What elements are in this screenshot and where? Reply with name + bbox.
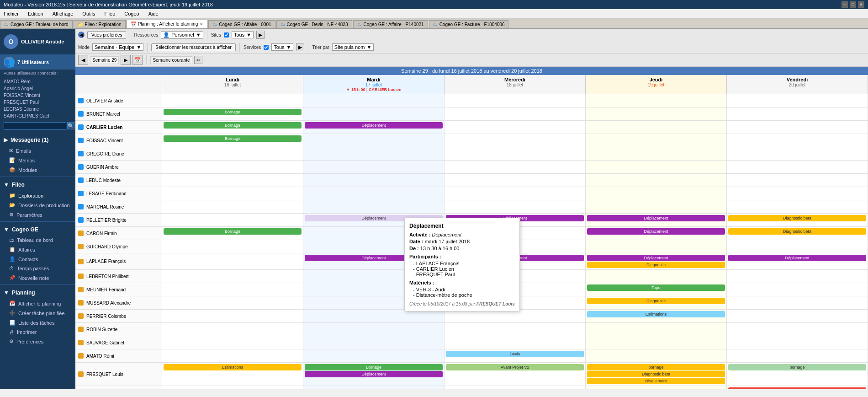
sidebar-section-planning-header[interactable]: ▼ Planning (0, 287, 75, 299)
day-cell-ven[interactable] (727, 134, 868, 147)
day-cell-ven[interactable] (727, 147, 868, 160)
tab-planning[interactable]: 📅 Planning : Afficher le planning ✕ (127, 20, 208, 28)
day-cell-mar[interactable] (303, 386, 445, 389)
task-block-bornage-fresquet[interactable]: Bornage (305, 364, 443, 370)
task-block-bornage-ven[interactable]: bornage (728, 364, 866, 370)
sidebar-user-foissac[interactable]: FOISSAC Vincent (4, 92, 72, 99)
task-block-deplacement-laplace-jeu[interactable]: Déplacement (587, 255, 725, 261)
day-cell-ven[interactable] (727, 121, 868, 134)
day-cell-ven[interactable] (727, 336, 868, 349)
services-checkbox[interactable] (264, 45, 269, 50)
sidebar-user-amato[interactable]: AMATO Rémi (4, 78, 72, 85)
day-cell-lun[interactable] (162, 336, 303, 349)
sidebar-item-preferences[interactable]: ⚙ Préférences (0, 337, 75, 346)
day-cell-lun[interactable] (162, 323, 303, 336)
sidebar-section-cogeo-header[interactable]: ▼ Cogeo GE (0, 224, 75, 236)
sidebar-user-saint-germes[interactable]: SAINT-GERMES Gaël (4, 113, 72, 119)
task-block-diagnostic-beta-jeu[interactable]: Diagnostic beta (587, 371, 725, 377)
sidebar-item-modules[interactable]: 📦 Modules (0, 165, 75, 175)
day-cell-lun[interactable] (162, 253, 303, 269)
sidebar-item-temps-passes[interactable]: ⏱ Temps passés (0, 264, 75, 273)
menu-fichier[interactable]: Fichier (2, 10, 21, 17)
day-cell-jeu[interactable]: bornage Diagnostic beta Nivellement (586, 363, 727, 386)
day-cell-lun[interactable]: Bornage (162, 227, 303, 240)
day-cell-mer[interactable] (445, 187, 586, 200)
sidebar-item-dossiers[interactable]: 📂 Dossiers de production (0, 200, 75, 210)
day-cell-mar[interactable] (303, 187, 445, 200)
task-block-bornage[interactable]: Bornage (164, 228, 302, 235)
close-button[interactable]: ✕ (858, 1, 864, 8)
day-cell-ven[interactable]: bornage (727, 363, 868, 386)
day-cell-lun[interactable]: Bornage (162, 134, 303, 147)
day-cell-mar[interactable] (303, 323, 445, 336)
task-block-estimations[interactable]: Estimations (587, 311, 725, 317)
day-cell-mar[interactable]: Bornage Déplacement (303, 363, 445, 386)
day-cell-ven[interactable] (727, 107, 868, 120)
day-cell-mar[interactable] (303, 174, 445, 187)
day-cell-mar[interactable] (303, 310, 445, 322)
day-cell-mer[interactable]: Avant Projet V2 (445, 363, 586, 386)
day-cell-mar[interactable] (303, 107, 445, 120)
day-cell-mer[interactable] (445, 336, 586, 349)
day-cell-mer[interactable] (445, 323, 586, 336)
day-cell-lun[interactable]: Estimations (162, 363, 303, 386)
day-cell-mer[interactable] (445, 147, 586, 160)
sidebar-item-parametres-fileo[interactable]: ⚙ Paramètres (0, 210, 75, 220)
day-cell-lun[interactable] (162, 386, 303, 389)
day-cell-jeu[interactable]: Déplacement (586, 214, 727, 226)
task-block-deplacement-caron[interactable]: Déplacement (587, 228, 725, 235)
task-block-bornage-jeu[interactable]: bornage (587, 364, 725, 370)
day-cell-mer[interactable] (445, 121, 586, 134)
menu-fileo[interactable]: Fileo (102, 10, 117, 17)
task-block-topo[interactable]: Topo (587, 284, 725, 291)
sidebar-users-count[interactable]: 👥 7 Utilisateurs (0, 55, 75, 70)
day-cell-lun[interactable] (162, 187, 303, 200)
day-cell-mar[interactable] (303, 161, 445, 173)
calendar-nav-button[interactable]: 📅 (132, 55, 143, 65)
day-cell-jeu[interactable] (586, 386, 727, 389)
day-cell-mar[interactable] (303, 349, 445, 362)
menu-affichage[interactable]: Affichage (51, 10, 75, 17)
day-cell-jeu[interactable]: Estimations (586, 310, 727, 322)
sidebar-item-nouvelle-note[interactable]: 📌 Nouvelle note (0, 273, 75, 283)
sidebar-item-exploration[interactable]: 📁 Exploration (0, 191, 75, 200)
day-cell-ven[interactable] (727, 174, 868, 187)
task-block-diagnostic-beta-ven[interactable]: Diagnostic beta (728, 228, 866, 235)
day-cell-jeu[interactable]: Topo (586, 283, 727, 296)
day-cell-jeu[interactable] (586, 94, 727, 107)
day-cell-ven[interactable] (727, 323, 868, 336)
day-cell-lun[interactable] (162, 200, 303, 213)
next-week-button[interactable]: ▶ (121, 55, 131, 65)
day-cell-mar[interactable] (303, 94, 445, 107)
day-cell-jeu[interactable] (586, 240, 727, 253)
day-cell-ven[interactable]: IS (727, 386, 868, 389)
prev-week-button[interactable]: ◀ (78, 55, 88, 65)
day-cell-lun[interactable] (162, 94, 303, 107)
sidebar-item-affaires[interactable]: 📋 Affaires (0, 245, 75, 254)
day-cell-jeu[interactable] (586, 161, 727, 173)
tous-selector2[interactable]: Tous ▼ (271, 43, 293, 51)
task-block-deplacement-jeu[interactable]: Déplacement (587, 215, 725, 221)
task-block-deplacement[interactable]: Déplacement (305, 122, 443, 129)
day-cell-ven[interactable] (727, 200, 868, 213)
menu-cogeo[interactable]: Cogeo (122, 10, 141, 17)
sidebar-item-liste-taches[interactable]: 📃 Liste des tâches (0, 318, 75, 327)
day-cell-mar[interactable] (303, 134, 445, 147)
day-cell-lun[interactable] (162, 214, 303, 226)
sidebar-user-aparicio[interactable]: Aparicio Angel (4, 85, 72, 92)
day-cell-ven[interactable] (727, 270, 868, 283)
day-cell-ven[interactable]: Diagnostic beta (727, 227, 868, 240)
menu-outils[interactable]: Outils (80, 10, 97, 17)
day-cell-jeu[interactable] (586, 174, 727, 187)
day-cell-ven[interactable] (727, 296, 868, 309)
menu-aide[interactable]: Aide (147, 10, 160, 17)
day-cell-jeu[interactable] (586, 323, 727, 336)
tab-affaire-p140021[interactable]: 🗂 Cogeo GE : Affaire - P140021 (353, 20, 428, 28)
day-cell-ven[interactable] (727, 283, 868, 296)
toolbar-left-icon[interactable]: ◀ (78, 32, 85, 38)
sites-checkbox[interactable] (224, 32, 229, 38)
day-cell-mar[interactable] (303, 200, 445, 213)
day-cell-mer[interactable] (445, 386, 586, 389)
day-cell-jeu[interactable] (586, 134, 727, 147)
day-cell-lun[interactable] (162, 283, 303, 296)
